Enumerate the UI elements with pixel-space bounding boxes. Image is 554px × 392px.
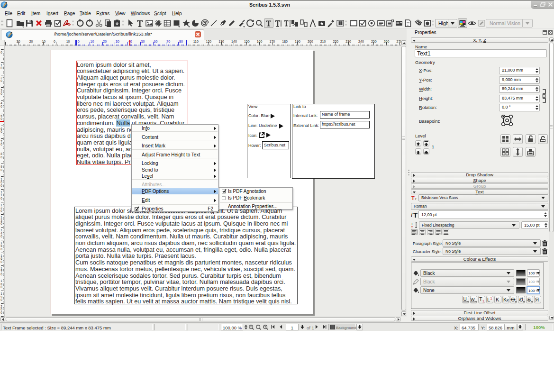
- svg-text:T: T: [413, 211, 418, 219]
- svg-text:T: T: [411, 225, 413, 229]
- svg-text:K: K: [507, 298, 509, 302]
- svg-text:U: U: [463, 297, 467, 302]
- svg-text:L: L: [487, 297, 490, 302]
- svg-text:W: W: [471, 297, 475, 302]
- svg-text:K: K: [496, 297, 500, 302]
- svg-text:1: 1: [490, 297, 492, 300]
- svg-text:r: r: [415, 197, 417, 201]
- svg-text:T: T: [479, 296, 482, 302]
- svg-text:R: R: [535, 297, 539, 302]
- svg-text:S: S: [527, 297, 531, 302]
- svg-text:T: T: [411, 195, 415, 201]
- svg-text:1: 1: [482, 300, 484, 303]
